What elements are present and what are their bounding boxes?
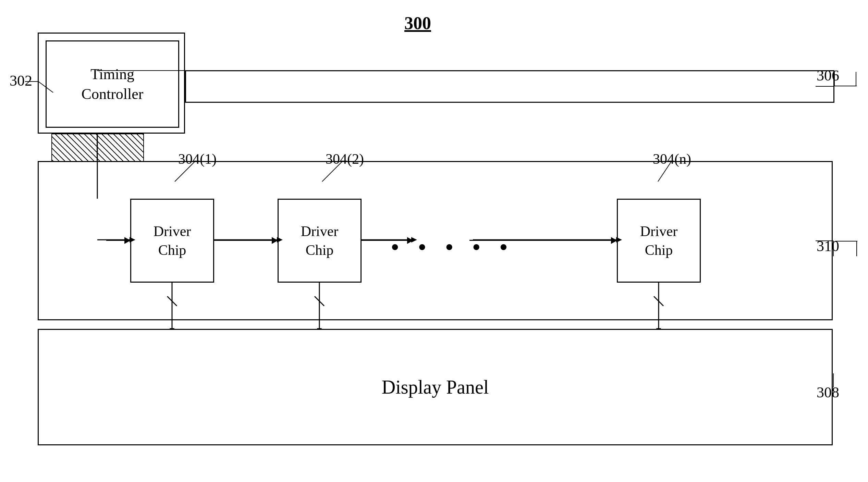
label-302: 302 <box>10 72 32 89</box>
label-chip2: 304(2) <box>326 151 364 167</box>
label-306: 306 <box>817 67 839 84</box>
timing-controller-outer-box: Timing Controller <box>38 33 185 134</box>
flex-board <box>185 70 834 103</box>
diagram-title: 300 <box>404 13 431 33</box>
ref-line-310-v <box>856 241 857 256</box>
tc-to-flex-line <box>97 70 186 71</box>
label-310: 310 <box>817 237 839 255</box>
driver-chip-n: Driver Chip <box>617 199 701 283</box>
label-chip1: 304(1) <box>178 151 217 167</box>
driver-chip-2: Driver Chip <box>278 199 362 283</box>
ref-line-306-v <box>856 72 856 86</box>
timing-controller-inner-box: Timing Controller <box>46 40 179 128</box>
label-308: 308 <box>817 384 839 401</box>
arrow-chip1-to-chip2 <box>214 240 278 241</box>
display-panel-label: Display Panel <box>382 376 489 398</box>
continuation-dots: • • • • • <box>391 233 514 261</box>
driver-chip-1: Driver Chip <box>130 199 214 283</box>
label-chipn: 304(n) <box>653 151 691 167</box>
ref-line-306 <box>834 86 857 86</box>
arrow-dots-to-chipn <box>469 240 617 241</box>
arrow-tc-to-chip1 <box>106 240 130 241</box>
display-panel: Display Panel <box>38 329 833 445</box>
diagram-container: 300 302 Timing Controller 306 310 304(1)… <box>0 0 868 482</box>
